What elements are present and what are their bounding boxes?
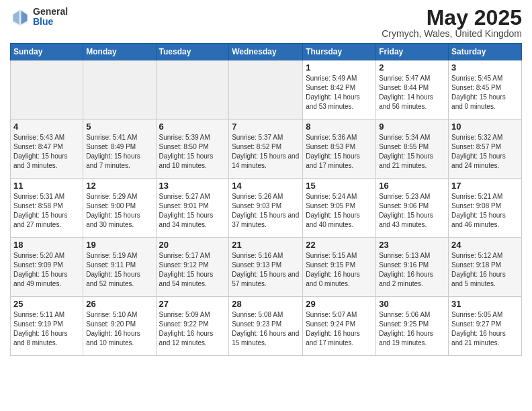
day-info: Sunrise: 5:37 AM Sunset: 8:52 PM Dayligh… (232, 133, 300, 171)
day-number: 8 (306, 122, 373, 132)
logo: General Blue (10, 7, 68, 28)
calendar-cell (229, 60, 303, 120)
logo-text: General Blue (33, 7, 68, 28)
day-info: Sunrise: 5:06 AM Sunset: 9:25 PM Dayligh… (379, 310, 445, 348)
day-number: 9 (379, 122, 445, 132)
day-info: Sunrise: 5:47 AM Sunset: 8:44 PM Dayligh… (379, 74, 445, 111)
day-info: Sunrise: 5:39 AM Sunset: 8:50 PM Dayligh… (159, 133, 226, 171)
day-number: 15 (306, 181, 373, 191)
day-number: 30 (379, 299, 445, 309)
calendar-cell: 17Sunrise: 5:21 AM Sunset: 9:08 PM Dayli… (449, 179, 522, 238)
day-number: 17 (451, 181, 519, 191)
day-number: 3 (451, 62, 519, 73)
day-info: Sunrise: 5:24 AM Sunset: 9:05 PM Dayligh… (306, 192, 373, 230)
day-info: Sunrise: 5:29 AM Sunset: 9:00 PM Dayligh… (86, 192, 152, 230)
day-number: 10 (451, 122, 519, 132)
calendar-cell: 10Sunrise: 5:32 AM Sunset: 8:57 PM Dayli… (449, 120, 522, 179)
day-number: 1 (306, 62, 373, 73)
col-friday: Friday (376, 44, 449, 60)
calendar-cell: 23Sunrise: 5:13 AM Sunset: 9:16 PM Dayli… (376, 238, 449, 297)
calendar-cell: 27Sunrise: 5:09 AM Sunset: 9:22 PM Dayli… (156, 297, 229, 356)
calendar-cell: 8Sunrise: 5:36 AM Sunset: 8:53 PM Daylig… (303, 120, 376, 179)
calendar-cell: 28Sunrise: 5:08 AM Sunset: 9:23 PM Dayli… (229, 297, 303, 356)
title-block: May 2025 Crymych, Wales, United Kingdom (382, 7, 522, 39)
logo-icon (10, 7, 30, 27)
calendar-week-row: 25Sunrise: 5:11 AM Sunset: 9:19 PM Dayli… (11, 297, 522, 356)
calendar-cell: 6Sunrise: 5:39 AM Sunset: 8:50 PM Daylig… (156, 120, 229, 179)
day-info: Sunrise: 5:49 AM Sunset: 8:42 PM Dayligh… (306, 74, 373, 111)
day-info: Sunrise: 5:27 AM Sunset: 9:01 PM Dayligh… (159, 192, 226, 230)
col-wednesday: Wednesday (229, 44, 303, 60)
col-sunday: Sunday (11, 44, 83, 60)
calendar-cell: 19Sunrise: 5:19 AM Sunset: 9:11 PM Dayli… (83, 238, 156, 297)
logo-general-text: General (33, 7, 68, 17)
calendar-week-row: 11Sunrise: 5:31 AM Sunset: 8:58 PM Dayli… (11, 179, 522, 238)
calendar-cell: 18Sunrise: 5:20 AM Sunset: 9:09 PM Dayli… (11, 238, 83, 297)
day-info: Sunrise: 5:45 AM Sunset: 8:45 PM Dayligh… (451, 74, 519, 111)
day-info: Sunrise: 5:20 AM Sunset: 9:09 PM Dayligh… (13, 251, 80, 289)
calendar-cell: 22Sunrise: 5:15 AM Sunset: 9:15 PM Dayli… (303, 238, 376, 297)
day-info: Sunrise: 5:19 AM Sunset: 9:11 PM Dayligh… (86, 251, 152, 289)
month-title: May 2025 (382, 7, 522, 28)
day-number: 6 (159, 122, 226, 132)
calendar-cell (11, 60, 83, 120)
day-info: Sunrise: 5:08 AM Sunset: 9:23 PM Dayligh… (232, 310, 300, 348)
day-info: Sunrise: 5:10 AM Sunset: 9:20 PM Dayligh… (86, 310, 152, 348)
header: General Blue May 2025 Crymych, Wales, Un… (10, 7, 522, 39)
day-info: Sunrise: 5:41 AM Sunset: 8:49 PM Dayligh… (86, 133, 152, 171)
day-number: 16 (379, 181, 445, 191)
col-tuesday: Tuesday (156, 44, 229, 60)
calendar-cell: 30Sunrise: 5:06 AM Sunset: 9:25 PM Dayli… (376, 297, 449, 356)
calendar-header-row: Sunday Monday Tuesday Wednesday Thursday… (11, 44, 522, 60)
day-number: 24 (451, 240, 519, 250)
col-thursday: Thursday (303, 44, 376, 60)
calendar-cell: 25Sunrise: 5:11 AM Sunset: 9:19 PM Dayli… (11, 297, 83, 356)
calendar-cell: 12Sunrise: 5:29 AM Sunset: 9:00 PM Dayli… (83, 179, 156, 238)
calendar-cell: 2Sunrise: 5:47 AM Sunset: 8:44 PM Daylig… (376, 60, 449, 120)
page: General Blue May 2025 Crymych, Wales, Un… (0, 0, 532, 411)
day-info: Sunrise: 5:11 AM Sunset: 9:19 PM Dayligh… (13, 310, 80, 348)
day-number: 14 (232, 181, 300, 191)
day-info: Sunrise: 5:26 AM Sunset: 9:03 PM Dayligh… (232, 192, 300, 230)
day-number: 31 (451, 299, 519, 309)
col-saturday: Saturday (449, 44, 522, 60)
calendar-table: Sunday Monday Tuesday Wednesday Thursday… (10, 43, 522, 356)
day-number: 29 (306, 299, 373, 309)
calendar-week-row: 1Sunrise: 5:49 AM Sunset: 8:42 PM Daylig… (11, 60, 522, 120)
calendar-cell (83, 60, 156, 120)
calendar-cell: 9Sunrise: 5:34 AM Sunset: 8:55 PM Daylig… (376, 120, 449, 179)
day-number: 11 (13, 181, 80, 191)
calendar-cell: 5Sunrise: 5:41 AM Sunset: 8:49 PM Daylig… (83, 120, 156, 179)
day-info: Sunrise: 5:12 AM Sunset: 9:18 PM Dayligh… (451, 251, 519, 289)
calendar-cell: 20Sunrise: 5:17 AM Sunset: 9:12 PM Dayli… (156, 238, 229, 297)
day-number: 2 (379, 62, 445, 73)
day-info: Sunrise: 5:21 AM Sunset: 9:08 PM Dayligh… (451, 192, 519, 230)
day-info: Sunrise: 5:13 AM Sunset: 9:16 PM Dayligh… (379, 251, 445, 289)
calendar-cell: 24Sunrise: 5:12 AM Sunset: 9:18 PM Dayli… (449, 238, 522, 297)
day-info: Sunrise: 5:34 AM Sunset: 8:55 PM Dayligh… (379, 133, 445, 171)
day-number: 20 (159, 240, 226, 250)
calendar-cell: 31Sunrise: 5:05 AM Sunset: 9:27 PM Dayli… (449, 297, 522, 356)
calendar-cell: 4Sunrise: 5:43 AM Sunset: 8:47 PM Daylig… (11, 120, 83, 179)
day-number: 4 (13, 122, 80, 132)
calendar-cell: 21Sunrise: 5:16 AM Sunset: 9:13 PM Dayli… (229, 238, 303, 297)
calendar-cell: 26Sunrise: 5:10 AM Sunset: 9:20 PM Dayli… (83, 297, 156, 356)
day-number: 5 (86, 122, 152, 132)
day-number: 23 (379, 240, 445, 250)
day-info: Sunrise: 5:32 AM Sunset: 8:57 PM Dayligh… (451, 133, 519, 171)
day-number: 26 (86, 299, 152, 309)
calendar-cell: 14Sunrise: 5:26 AM Sunset: 9:03 PM Dayli… (229, 179, 303, 238)
calendar-week-row: 18Sunrise: 5:20 AM Sunset: 9:09 PM Dayli… (11, 238, 522, 297)
day-number: 7 (232, 122, 300, 132)
calendar-cell: 13Sunrise: 5:27 AM Sunset: 9:01 PM Dayli… (156, 179, 229, 238)
day-info: Sunrise: 5:23 AM Sunset: 9:06 PM Dayligh… (379, 192, 445, 230)
day-number: 28 (232, 299, 300, 309)
day-info: Sunrise: 5:09 AM Sunset: 9:22 PM Dayligh… (159, 310, 226, 348)
calendar-cell: 16Sunrise: 5:23 AM Sunset: 9:06 PM Dayli… (376, 179, 449, 238)
calendar-cell: 3Sunrise: 5:45 AM Sunset: 8:45 PM Daylig… (449, 60, 522, 120)
day-info: Sunrise: 5:07 AM Sunset: 9:24 PM Dayligh… (306, 310, 373, 348)
calendar-cell: 7Sunrise: 5:37 AM Sunset: 8:52 PM Daylig… (229, 120, 303, 179)
location: Crymych, Wales, United Kingdom (382, 28, 522, 39)
calendar-cell: 1Sunrise: 5:49 AM Sunset: 8:42 PM Daylig… (303, 60, 376, 120)
logo-blue-text: Blue (33, 17, 68, 27)
